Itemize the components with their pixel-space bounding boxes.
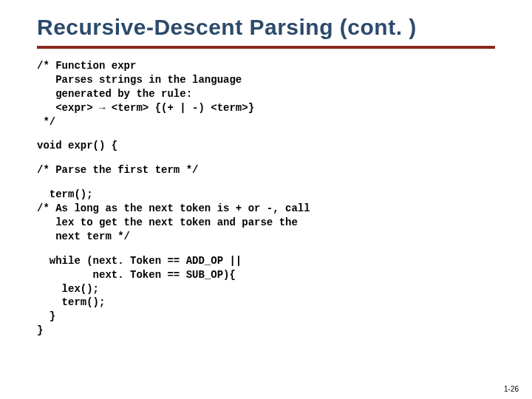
gap bbox=[37, 244, 495, 254]
slide: Recursive-Descent Parsing (cont. ) /* Fu… bbox=[0, 0, 532, 399]
code-func-decl: void expr() { bbox=[37, 139, 495, 153]
page-number: 1-26 bbox=[504, 385, 519, 393]
code-while-loop: while (next. Token == ADD_OP || next. To… bbox=[37, 254, 495, 338]
gap bbox=[37, 153, 495, 163]
code-term-and-comment: term(); /* As long as the next token is … bbox=[37, 188, 495, 244]
gap bbox=[37, 129, 495, 139]
code-comment-header: /* Function expr Parses strings in the l… bbox=[37, 59, 495, 129]
gap bbox=[37, 177, 495, 188]
code-comment-first-term: /* Parse the first term */ bbox=[37, 163, 495, 177]
slide-title: Recursive-Descent Parsing (cont. ) bbox=[37, 15, 495, 49]
